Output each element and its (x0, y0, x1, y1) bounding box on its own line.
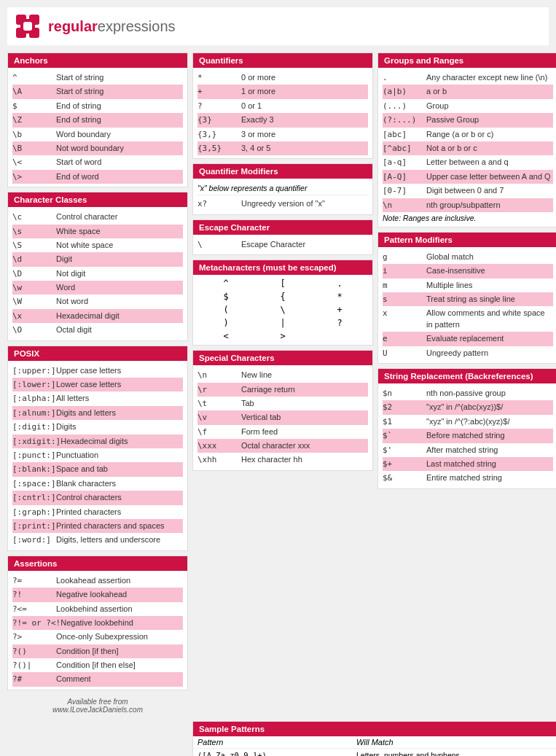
row-desc: "xyz" in /^(abc(xyz))$/ (426, 402, 553, 413)
meta-char: | (254, 316, 311, 330)
meta-content: ^[.${*(\+)|?<> (193, 275, 372, 345)
row-code: {3,} (197, 129, 241, 140)
row-code: \Z (12, 114, 56, 125)
row-code: [:digit:] (12, 421, 56, 432)
character-classes-title: Character Classes (8, 192, 187, 207)
table-row: {3,}3 or more (197, 128, 368, 141)
row-code: $' (383, 445, 426, 456)
special-chars-section: Special Characters \nNew line\rCarriage … (192, 350, 373, 471)
row-desc: 1 or more (241, 86, 368, 97)
row-desc: Digits, letters and underscore (56, 534, 183, 545)
row-desc: Control characters (56, 492, 183, 503)
row-code: [:word:] (12, 534, 56, 545)
table-row: \SNot white space (12, 238, 183, 252)
meta-char: ? (311, 316, 368, 330)
table-row: ?!Negative lookahead (12, 588, 183, 601)
escape-section: Escape Character \ Escape Character (192, 219, 373, 255)
row-code: ?= (12, 575, 56, 586)
meta-char: ^ (197, 277, 254, 290)
row-desc: Global match (426, 252, 553, 262)
groups-ranges-content: .Any character except new line (\n)(a|b)… (378, 68, 556, 227)
row-desc: Not word boundary (56, 143, 183, 154)
row-code: ?()| (12, 660, 56, 671)
row-desc: Punctuation (56, 450, 183, 461)
table-row: ?()|Condition [if then else] (12, 658, 183, 672)
quantifier-row: x? Ungreedy version of "x" (197, 197, 368, 211)
row-desc: Word boundary (56, 129, 183, 140)
row-code: [:xdigit:] (12, 436, 60, 447)
row-code: + (197, 86, 241, 97)
row-code: \xhh (197, 454, 241, 465)
row-desc: End of word (56, 171, 183, 182)
sample-header: Pattern Will Match (193, 736, 556, 749)
table-row: {3}Exactly 3 (197, 113, 368, 127)
table-row: ?=Lookahead assertion (12, 574, 183, 588)
table-row: \BNot word boundary (12, 141, 183, 155)
row-desc: Control character (56, 211, 183, 222)
row-desc: Upper case letters (56, 365, 183, 376)
escape-content: \ Escape Character (193, 235, 372, 254)
row-desc: Form feed (241, 426, 368, 437)
table-row: [:xdigit:]Hexadecimal digits (12, 434, 183, 448)
table-row: [:blank:]Space and tab (12, 462, 183, 476)
table-row: iCase-insensitive (383, 264, 553, 278)
row-code: m (383, 280, 426, 291)
row-desc: Exactly 3 (241, 114, 368, 125)
sample-match-desc: Letters, numbers and hyphens (356, 750, 553, 756)
row-code: {3,5} (197, 143, 241, 154)
table-row: \DNot digit (12, 267, 183, 281)
row-code: s (383, 294, 426, 305)
row-code: [:alpha:] (12, 393, 56, 404)
table-row: [:digit:]Digits (12, 420, 183, 434)
sample-pattern-code: ([A-Za-z0-9-]+) (197, 750, 351, 756)
table-row: ?#Comment (12, 672, 183, 686)
table-row: xAllow comments and white space in patte… (383, 306, 553, 332)
quantifier-modifiers-content: "x" below represents a quantifier x? Ung… (193, 179, 372, 214)
row-code: \v (197, 412, 241, 423)
note: Note: Ranges are inclusive. (383, 212, 553, 224)
anchors-title: Anchors (8, 53, 187, 68)
table-row: ?0 or 1 (197, 99, 368, 113)
row-desc: Digit (56, 254, 183, 265)
string-replacement-section: String Replacement (Backreferences) $nnt… (377, 368, 556, 489)
table-row: $'After matched string (383, 443, 553, 457)
row-code: [a-q] (383, 157, 426, 168)
table-row: [:lower:]Lower case letters (12, 378, 183, 391)
row-desc: Start of word (56, 157, 183, 168)
row-desc: Case-insensitive (426, 265, 553, 276)
row-code: $+ (383, 459, 426, 469)
row-desc: Negative lookbehind (60, 617, 183, 628)
row-desc: White space (56, 226, 183, 237)
special-chars-content: \nNew line\rCarriage return\tTab\vVertic… (193, 365, 372, 470)
row-desc: Range (a or b or c) (426, 129, 553, 140)
logo-icon (15, 13, 41, 39)
row-code: x (383, 308, 426, 330)
row-code: ?!= or ?<! (12, 617, 60, 628)
row-code: [:upper:] (12, 365, 56, 376)
table-row: ^Start of string (12, 71, 183, 85)
table-row: [a-q]Letter between a and q (383, 155, 553, 169)
row-code: [:space:] (12, 478, 56, 489)
quantifier-note: "x" below represents a quantifier (197, 182, 368, 195)
row-code: \n (197, 370, 241, 381)
table-row: \xHexadecimal digit (12, 309, 183, 323)
row-code: \< (12, 157, 56, 168)
table-row: [^abc]Not a or b or c (383, 141, 553, 155)
meta-char: [ (254, 277, 311, 290)
table-row: $+Last matched string (383, 457, 553, 471)
assertions-title: Assertions (8, 556, 187, 571)
row-desc: Comment (56, 674, 183, 685)
posix-title: POSIX (8, 346, 187, 361)
table-row: [:alpha:]All letters (12, 391, 183, 405)
row-desc: Blank characters (56, 478, 183, 489)
table-row: ?!= or ?<!Negative lookbehind (12, 616, 183, 630)
row-code: \S (12, 240, 56, 251)
row-code: \r (197, 384, 241, 395)
escape-title: Escape Character (193, 220, 372, 235)
row-desc: Vertical tab (241, 412, 368, 423)
table-row: \rCarriage return (197, 383, 368, 397)
table-row: \<Start of word (12, 155, 183, 169)
row-desc: Tab (241, 398, 368, 409)
row-code: \O (12, 324, 56, 335)
row-code: \xxx (197, 440, 241, 451)
